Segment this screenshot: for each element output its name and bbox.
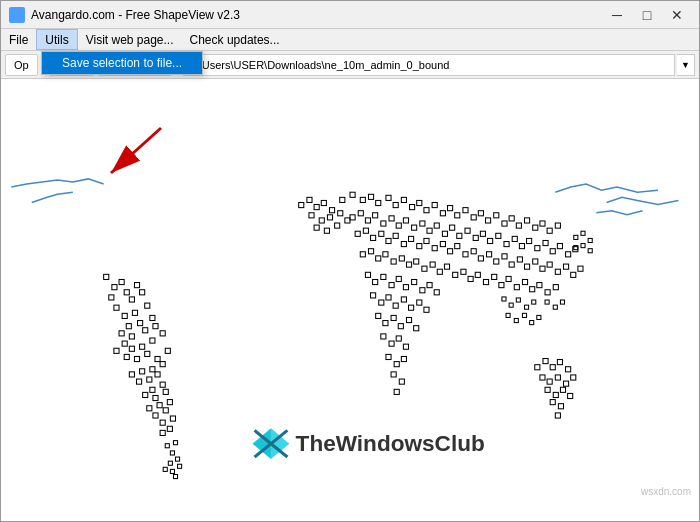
svg-rect-244 <box>550 365 555 370</box>
svg-rect-68 <box>319 218 324 223</box>
svg-rect-107 <box>381 221 386 226</box>
svg-rect-35 <box>129 372 134 377</box>
svg-rect-59 <box>170 469 174 473</box>
canvas-area: TheWindowsClub (-92.70, 92.70) wsxdn.com <box>1 79 699 521</box>
svg-rect-199 <box>371 293 376 298</box>
menu-file[interactable]: File <box>1 29 36 50</box>
svg-rect-57 <box>168 461 172 465</box>
svg-rect-73 <box>324 228 329 233</box>
window-title: Avangardo.com - Free ShapeView v2.3 <box>31 8 603 22</box>
svg-rect-114 <box>434 223 439 228</box>
svg-rect-246 <box>566 367 571 372</box>
svg-rect-192 <box>389 283 394 288</box>
close-button[interactable]: ✕ <box>663 4 691 26</box>
svg-rect-226 <box>525 305 529 309</box>
svg-rect-92 <box>478 211 483 216</box>
menu-utils[interactable]: Utils <box>36 29 77 50</box>
svg-rect-217 <box>386 354 391 359</box>
svg-rect-233 <box>545 300 549 304</box>
svg-rect-116 <box>450 225 455 230</box>
maximize-button[interactable]: □ <box>633 4 661 26</box>
svg-rect-207 <box>376 313 381 318</box>
svg-rect-49 <box>170 416 175 421</box>
svg-rect-164 <box>368 249 373 254</box>
watermark-text: wsxdn.com <box>641 486 691 497</box>
svg-rect-109 <box>396 223 401 228</box>
svg-rect-41 <box>143 392 148 397</box>
svg-rect-183 <box>514 285 519 290</box>
svg-text:TheWindowsClub: TheWindowsClub <box>296 431 485 456</box>
svg-rect-189 <box>365 272 370 277</box>
svg-rect-195 <box>412 279 417 284</box>
svg-rect-26 <box>114 348 119 353</box>
svg-rect-46 <box>147 406 152 411</box>
menu-check-updates[interactable]: Check updates... <box>182 29 288 50</box>
svg-rect-104 <box>358 211 363 216</box>
svg-rect-84 <box>417 200 422 205</box>
svg-rect-202 <box>393 303 398 308</box>
menu-visit[interactable]: Visit web page... <box>78 29 182 50</box>
svg-rect-170 <box>414 259 419 264</box>
svg-rect-208 <box>383 321 388 326</box>
svg-rect-156 <box>533 259 538 264</box>
svg-rect-140 <box>409 236 414 241</box>
menu-bar: File Utils Visit web page... Check updat… <box>1 29 699 51</box>
svg-rect-146 <box>455 244 460 249</box>
svg-rect-90 <box>463 208 468 213</box>
svg-rect-63 <box>307 197 312 202</box>
svg-rect-138 <box>393 233 398 238</box>
svg-rect-78 <box>368 194 373 199</box>
svg-rect-169 <box>406 262 411 267</box>
svg-rect-150 <box>487 252 492 257</box>
svg-rect-12 <box>132 310 137 315</box>
svg-rect-125 <box>519 244 524 249</box>
svg-rect-19 <box>143 328 148 333</box>
svg-rect-53 <box>165 444 169 448</box>
svg-rect-120 <box>480 231 485 236</box>
svg-rect-144 <box>440 241 445 246</box>
svg-rect-67 <box>309 213 314 218</box>
svg-rect-225 <box>516 298 520 302</box>
svg-rect-64 <box>314 205 319 210</box>
svg-rect-201 <box>386 295 391 300</box>
svg-rect-181 <box>499 283 504 288</box>
open-button[interactable]: Op <box>5 54 38 76</box>
svg-rect-52 <box>160 430 165 435</box>
svg-rect-88 <box>448 206 453 211</box>
svg-rect-237 <box>581 231 585 235</box>
svg-rect-95 <box>502 221 507 226</box>
svg-rect-179 <box>483 279 488 284</box>
svg-rect-32 <box>160 362 165 367</box>
svg-rect-256 <box>550 400 555 405</box>
svg-rect-218 <box>394 362 399 367</box>
path-dropdown-button[interactable]: ▼ <box>677 54 695 76</box>
svg-rect-17 <box>119 331 124 336</box>
svg-rect-160 <box>564 264 569 269</box>
svg-rect-44 <box>167 400 172 405</box>
svg-rect-205 <box>417 300 422 305</box>
svg-rect-223 <box>502 297 506 301</box>
svg-rect-56 <box>176 457 180 461</box>
svg-rect-258 <box>555 413 560 418</box>
svg-rect-48 <box>163 408 168 413</box>
svg-rect-8 <box>129 297 134 302</box>
svg-rect-83 <box>410 205 415 210</box>
minimize-button[interactable]: ─ <box>603 4 631 26</box>
svg-rect-87 <box>440 211 445 216</box>
file-path-input[interactable] <box>183 54 675 76</box>
svg-rect-33 <box>150 367 155 372</box>
svg-rect-151 <box>494 259 499 264</box>
svg-rect-47 <box>153 413 158 418</box>
svg-rect-58 <box>163 467 167 471</box>
svg-rect-20 <box>153 324 158 329</box>
main-window: Avangardo.com - Free ShapeView v2.3 ─ □ … <box>0 0 700 522</box>
svg-rect-108 <box>389 216 394 221</box>
svg-rect-239 <box>581 244 585 248</box>
svg-rect-86 <box>432 202 437 207</box>
svg-rect-62 <box>299 202 304 207</box>
svg-rect-235 <box>560 300 564 304</box>
menu-save-selection[interactable]: Save selection to file... <box>42 52 202 74</box>
svg-rect-30 <box>155 356 160 361</box>
svg-rect-9 <box>140 290 145 295</box>
svg-rect-232 <box>537 315 541 319</box>
